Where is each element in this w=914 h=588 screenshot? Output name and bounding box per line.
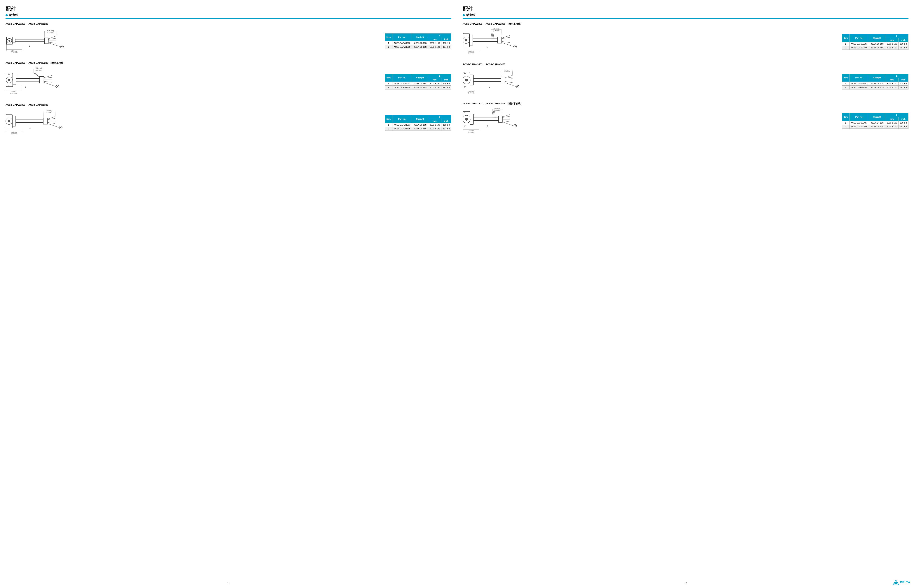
- svg-rect-30: [13, 75, 16, 85]
- section-1303: ACS3-CAPW1303、 ACS3-CAPW1305: [5, 103, 451, 136]
- svg-text:(3.15 inch): (3.15 inch): [11, 52, 18, 53]
- svg-text:(65 mm): (65 mm): [504, 69, 509, 71]
- spec-table-1203: Item Part No. Straight L mm inch: [385, 33, 451, 49]
- svg-line-146: [493, 111, 494, 118]
- svg-line-35: [35, 73, 39, 78]
- th-mm: mm: [885, 117, 898, 121]
- svg-rect-140: [465, 111, 466, 113]
- right-page-header: 配件 动力线: [463, 5, 909, 19]
- th-inch: inch: [441, 37, 451, 41]
- th-straight: Straight: [869, 34, 885, 42]
- svg-line-47: [44, 82, 56, 87]
- svg-line-96: [502, 37, 510, 39]
- th-mm: mm: [885, 38, 898, 42]
- th-inch: inch: [898, 117, 909, 121]
- svg-text:(80 mm): (80 mm): [47, 110, 52, 111]
- th-inch: inch: [898, 78, 909, 82]
- cable-svg-2203: (50 mm) (1.97 inch): [5, 67, 76, 95]
- section-1403: ACS3-CAPW1403、 ACS3-CAPW1405: [463, 63, 909, 95]
- spec-table-1403: Item Part No. Straight L mm inch: [842, 74, 909, 89]
- table-row: 1 ACS3-CAPW1403 3106A-24-11S 3000 ± 100 …: [842, 82, 908, 86]
- svg-text:(Ø10 mm): (Ø10 mm): [47, 30, 54, 32]
- svg-text:(100 mm): (100 mm): [468, 129, 474, 131]
- svg-text:(65 mm): (65 mm): [494, 108, 500, 109]
- th-L: L: [428, 74, 451, 78]
- svg-line-95: [502, 36, 510, 38]
- right-bullet-dot: [463, 14, 465, 16]
- section-2303-content: (65 mm) (3.15 inch): [463, 28, 909, 55]
- svg-text:(3.94 inch): (3.94 inch): [468, 92, 474, 94]
- svg-rect-153: [499, 116, 502, 122]
- svg-text:(0.37 inch): (0.37 inch): [47, 32, 53, 33]
- th-straight: Straight: [412, 33, 428, 41]
- table-row: 1 ACS3-CAPW1303 3106A-20-18S 3000 ± 100 …: [385, 123, 451, 127]
- svg-line-125: [505, 82, 516, 87]
- th-partno: Part No.: [392, 115, 412, 123]
- svg-line-44: [44, 81, 52, 82]
- table-1303: Item Part No. Straight L mm inch: [385, 115, 451, 131]
- section-1203-title: ACS3-CAPW1203、 ACS3-CAPW1205: [5, 22, 451, 26]
- left-subtitle-row: 动力线: [5, 13, 451, 19]
- svg-point-82: [465, 39, 467, 41]
- svg-line-62: [47, 118, 55, 120]
- table-1403: Item Part No. Straight L mm inch: [842, 74, 909, 89]
- svg-text:(3.15 inch): (3.15 inch): [504, 71, 510, 72]
- svg-rect-112: [465, 72, 466, 74]
- svg-text:L: L: [486, 46, 488, 48]
- table-row: 2 ACS3-CAPW2205 3106A-20-18S 5000 ± 100 …: [385, 86, 451, 89]
- section-1203: ACS3-CAPW1203、 ACS3-CAPW1205: [5, 22, 451, 54]
- th-item: Item: [842, 74, 849, 82]
- svg-line-63: [47, 120, 55, 120]
- svg-text:(3.94 inch): (3.94 inch): [468, 52, 474, 53]
- svg-rect-6: [44, 38, 48, 44]
- svg-line-122: [505, 81, 512, 82]
- section-2203-content: (50 mm) (1.97 inch): [5, 67, 451, 96]
- svg-rect-28: [8, 73, 10, 74]
- diagram-1303: (80 mm) (3.15 inch) (100 mm) (3.94 inch)…: [5, 109, 381, 136]
- svg-text:(100 mm): (100 mm): [468, 50, 475, 52]
- right-subtitle-row: 动力线: [463, 13, 909, 19]
- section-2203: ACS3-CAPW2203、 ACS3-CAPW2205 （附刹车接线）: [5, 61, 451, 96]
- th-item: Item: [385, 74, 392, 82]
- left-page-header: 配件 动力线: [5, 5, 451, 19]
- svg-point-124: [517, 86, 518, 87]
- svg-rect-33: [40, 77, 44, 83]
- th-partno: Part No.: [849, 113, 869, 121]
- table-2403: Item Part No. Straight L mm inch: [842, 113, 909, 129]
- svg-text:L: L: [487, 125, 488, 127]
- svg-text:(1.97 inch): (1.97 inch): [36, 69, 42, 71]
- table-row: 1 ACS3-CAPW1203 3106A-20-18S 3000 ± 100 …: [385, 41, 451, 45]
- spec-table-2203: Item Part No. Straight L mm inch: [385, 74, 451, 89]
- left-page-number: 41: [227, 582, 230, 584]
- section-2303-title: ACS3-CAPW2303、 ACS3-CAPW2305 （附刹车接线）: [463, 22, 909, 26]
- section-1403-title: ACS3-CAPW1403、 ACS3-CAPW1405: [463, 63, 909, 66]
- svg-line-87: [492, 32, 493, 39]
- svg-line-99: [502, 41, 510, 42]
- svg-text:L: L: [489, 86, 490, 88]
- delta-logo-text: DELTA: [900, 581, 910, 584]
- svg-line-118: [505, 75, 512, 78]
- table-row: 1 ACS3-CAPW2403 3106A-24-11S 3000 ± 100 …: [842, 121, 908, 124]
- cable-svg-2303: (65 mm) (3.15 inch): [463, 28, 533, 55]
- svg-line-155: [502, 116, 510, 118]
- svg-line-120: [505, 79, 512, 79]
- th-item: Item: [385, 33, 392, 41]
- svg-rect-94: [498, 37, 502, 43]
- svg-line-88: [493, 32, 494, 39]
- table-row: 2 ACS3-CAPW1205 3106A-20-18S 5000 ± 100 …: [385, 45, 451, 49]
- th-mm: mm: [428, 78, 441, 82]
- th-straight: Straight: [869, 113, 885, 121]
- delta-triangle-svg: [893, 580, 899, 585]
- svg-text:(3.15 inch): (3.15 inch): [494, 110, 500, 111]
- svg-rect-57: [12, 116, 16, 126]
- svg-line-145: [493, 112, 493, 118]
- svg-line-161: [502, 122, 514, 126]
- diagram-2403: (65 mm) (3.15 inch): [463, 108, 838, 134]
- delta-triangle-icon: [893, 580, 899, 585]
- section-2403-title: ACS3-CAPW2403、 ACS3-CAPW2405 （附刹车接线）: [463, 102, 909, 105]
- th-inch: inch: [898, 38, 909, 42]
- th-item: Item: [385, 115, 392, 123]
- svg-rect-113: [465, 87, 466, 88]
- cable-svg-1303: (80 mm) (3.15 inch) (100 mm) (3.94 inch)…: [5, 109, 76, 136]
- svg-line-154: [502, 115, 510, 117]
